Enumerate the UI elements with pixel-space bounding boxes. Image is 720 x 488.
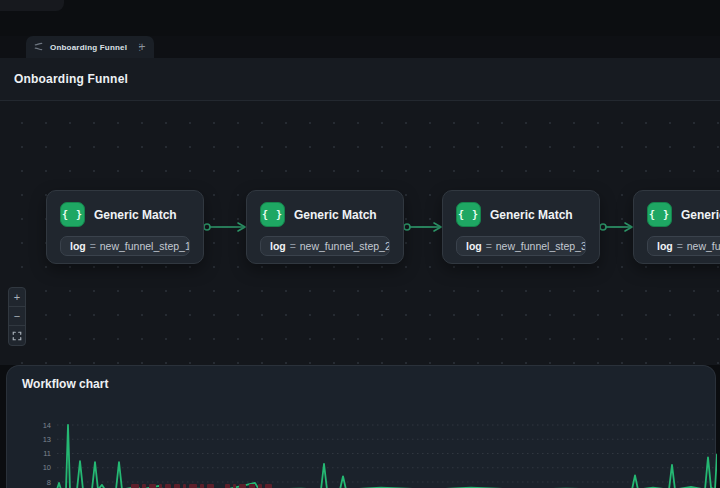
curly-braces-icon: { } [647,202,672,227]
workflow-line-chart: 141311108 [7,366,717,488]
workflow-icon [33,38,44,56]
workflow-canvas[interactable]: { }Generic Matchlog = new_funnel_step_1{… [0,101,720,365]
workflow-node-3[interactable]: { }Generic Matchlog = new_funnel_step_3 [442,190,600,264]
workflow-node-4[interactable]: { }Generic Matchlog = new_funnel_step_4 [633,190,720,264]
workflow-chart-panel: 141311108 Workflow chart [6,365,716,488]
svg-text:11: 11 [43,449,51,458]
svg-text:14: 14 [43,421,51,430]
svg-text:10: 10 [43,463,51,472]
node-title: Generic Match [681,208,720,222]
curly-braces-icon: { } [260,202,285,227]
param-operator: = [482,240,496,252]
zoom-controls: +− [8,287,26,346]
curly-braces-icon: { } [456,202,481,227]
node-title: Generic Match [94,208,177,222]
param-operator: = [86,240,100,252]
node-title: Generic Match [294,208,377,222]
curly-braces-icon: { } [60,202,85,227]
clipped-red-annotation [131,484,272,488]
app-window: Onboarding Funnel ⋮ + Onboarding Funnel … [0,0,720,488]
page-header: Onboarding Funnel [0,58,720,101]
node-param-pill[interactable]: log = new_funnel_step_2 [260,236,390,256]
zoom-in-button[interactable]: + [9,288,25,307]
node-param-pill[interactable]: log = new_funnel_step_4 [647,236,720,256]
node-param-pill[interactable]: log = new_funnel_step_3 [456,236,586,256]
param-value: new_funnel_step_3 [496,240,586,252]
tab-label: Onboarding Funnel [50,43,127,52]
param-value: new_funnel_step_4 [687,240,720,252]
param-value: new_funnel_step_1 [100,240,190,252]
param-key: log [466,240,482,252]
param-key: log [270,240,286,252]
window-chrome-remnant [0,0,64,11]
page-title: Onboarding Funnel [14,72,128,86]
new-tab-button[interactable]: + [134,39,150,55]
top-strip [0,0,720,36]
chart-panel-title: Workflow chart [22,377,108,391]
tab-bar: Onboarding Funnel ⋮ + [0,36,720,58]
param-operator: = [286,240,300,252]
param-value: new_funnel_step_2 [300,240,390,252]
svg-text:13: 13 [43,435,51,444]
workflow-node-1[interactable]: { }Generic Matchlog = new_funnel_step_1 [46,190,204,264]
param-key: log [70,240,86,252]
workflow-node-2[interactable]: { }Generic Matchlog = new_funnel_step_2 [246,190,404,264]
node-param-pill[interactable]: log = new_funnel_step_1 [60,236,190,256]
zoom-out-button[interactable]: − [9,307,25,326]
svg-text:8: 8 [47,478,51,487]
node-title: Generic Match [490,208,573,222]
param-operator: = [673,240,687,252]
fit-view-button[interactable] [9,326,25,345]
param-key: log [657,240,673,252]
